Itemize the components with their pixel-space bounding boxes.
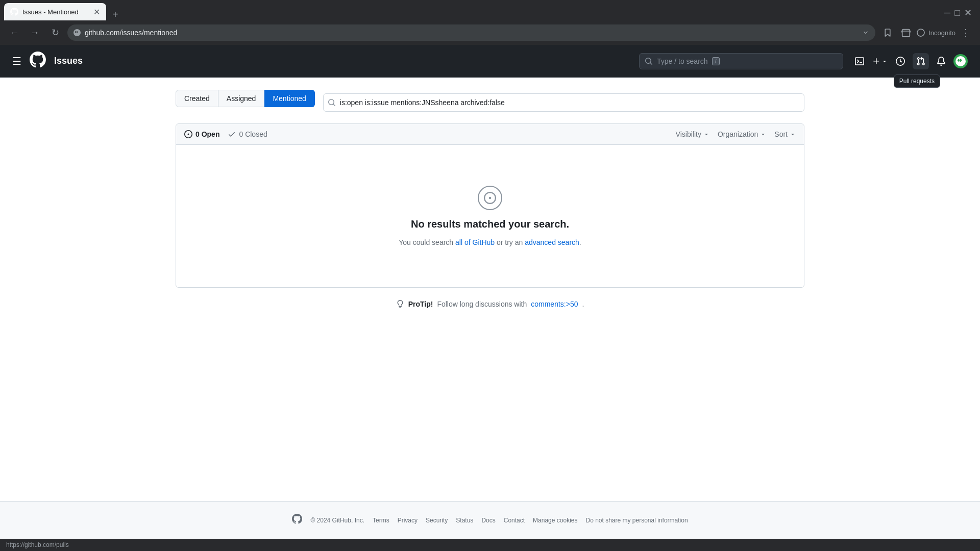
- header-right-actions: [851, 53, 968, 69]
- tab-mentioned[interactable]: Mentioned: [264, 90, 314, 107]
- address-bar[interactable]: github.com/issues/mentioned: [67, 24, 875, 41]
- protip-section: ProTip! Follow long discussions with com…: [176, 300, 804, 308]
- protip-label: ProTip!: [408, 300, 433, 308]
- open-issues-count[interactable]: 0 Open: [184, 130, 219, 138]
- tab-close-button[interactable]: ✕: [93, 7, 100, 17]
- footer-status[interactable]: Status: [456, 517, 473, 524]
- filter-tabs: Created Assigned Mentioned: [176, 90, 315, 107]
- github-header: ☰ Issues Type / to search /: [0, 45, 980, 78]
- reload-button[interactable]: ↻: [47, 24, 63, 41]
- new-tab-button[interactable]: +: [108, 9, 122, 20]
- main-content: Created Assigned Mentioned 0 Open: [163, 78, 817, 501]
- browser-status-bar: https://github.com/pulls: [0, 539, 980, 551]
- terminal-button[interactable]: [851, 53, 868, 69]
- github-search[interactable]: Type / to search /: [639, 53, 843, 69]
- organization-filter[interactable]: Organization: [718, 130, 766, 138]
- footer-terms[interactable]: Terms: [373, 517, 389, 524]
- pull-requests-tooltip: Pull requests: [894, 74, 940, 88]
- empty-state: No results matched your search. You coul…: [176, 145, 804, 287]
- tab-favicon: [10, 8, 18, 16]
- footer-docs[interactable]: Docs: [481, 517, 495, 524]
- footer-copyright: © 2024 GitHub, Inc.: [310, 517, 364, 524]
- incognito-label: Incognito: [928, 29, 955, 37]
- empty-title: No results matched your search.: [411, 218, 569, 230]
- closed-issues-count[interactable]: 0 Closed: [228, 130, 267, 138]
- issues-container: 0 Open 0 Closed Visibility Organization: [176, 123, 804, 288]
- issues-header: 0 Open 0 Closed Visibility Organization: [176, 124, 804, 145]
- all-of-github-link[interactable]: all of GitHub: [455, 238, 495, 246]
- tab-maximize[interactable]: □: [954, 8, 960, 18]
- protip-suffix: .: [582, 300, 584, 308]
- github-logo[interactable]: [30, 52, 46, 71]
- footer-cookies[interactable]: Manage cookies: [533, 517, 577, 524]
- url-display: github.com/issues/mentioned: [85, 29, 858, 37]
- pull-requests-button[interactable]: [913, 53, 929, 69]
- hamburger-menu[interactable]: ☰: [12, 55, 21, 67]
- tab-title: Issues - Mentioned: [22, 8, 89, 16]
- bookmark-button[interactable]: [879, 24, 896, 41]
- issues-filters: Visibility Organization Sort: [676, 130, 796, 138]
- forward-button[interactable]: →: [27, 24, 43, 41]
- protip-link[interactable]: comments:>50: [531, 300, 578, 308]
- new-item-button[interactable]: [872, 53, 888, 69]
- footer-contact[interactable]: Contact: [504, 517, 525, 524]
- incognito-indicator: Incognito: [916, 28, 955, 37]
- status-url: https://github.com/pulls: [6, 541, 69, 548]
- empty-icon: [478, 186, 502, 210]
- page-content: ☰ Issues Type / to search /: [0, 45, 980, 539]
- footer-logo: [292, 514, 302, 527]
- sort-filter[interactable]: Sort: [774, 130, 796, 138]
- notifications-button[interactable]: [933, 53, 949, 69]
- tab-assigned[interactable]: Assigned: [218, 90, 265, 107]
- footer-privacy-settings[interactable]: Do not share my personal information: [585, 517, 688, 524]
- tab-close[interactable]: ✕: [964, 7, 972, 18]
- user-avatar[interactable]: [953, 54, 968, 68]
- advanced-search-link[interactable]: advanced search: [525, 238, 579, 246]
- protip-text: Follow long discussions with: [437, 300, 527, 308]
- issues-search-container: [323, 93, 804, 112]
- visibility-filter[interactable]: Visibility: [676, 130, 709, 138]
- footer-security[interactable]: Security: [426, 517, 448, 524]
- empty-description: You could search all of GitHub or try an…: [399, 238, 581, 246]
- tab-created[interactable]: Created: [176, 90, 218, 107]
- timer-button[interactable]: [892, 53, 909, 69]
- issues-search-input[interactable]: [323, 93, 804, 112]
- github-footer: © 2024 GitHub, Inc. Terms Privacy Securi…: [0, 501, 980, 539]
- search-placeholder: Type / to search: [657, 57, 708, 65]
- back-button[interactable]: ←: [6, 24, 22, 41]
- page-title: Issues: [54, 56, 83, 66]
- tab-minimize[interactable]: ─: [944, 8, 950, 18]
- footer-privacy[interactable]: Privacy: [398, 517, 418, 524]
- active-tab[interactable]: Issues - Mentioned ✕: [4, 3, 106, 20]
- search-row: Created Assigned Mentioned: [176, 90, 804, 115]
- menu-button[interactable]: ⋮: [958, 24, 974, 41]
- extension-button[interactable]: [898, 24, 914, 41]
- search-slash-key: /: [712, 57, 720, 65]
